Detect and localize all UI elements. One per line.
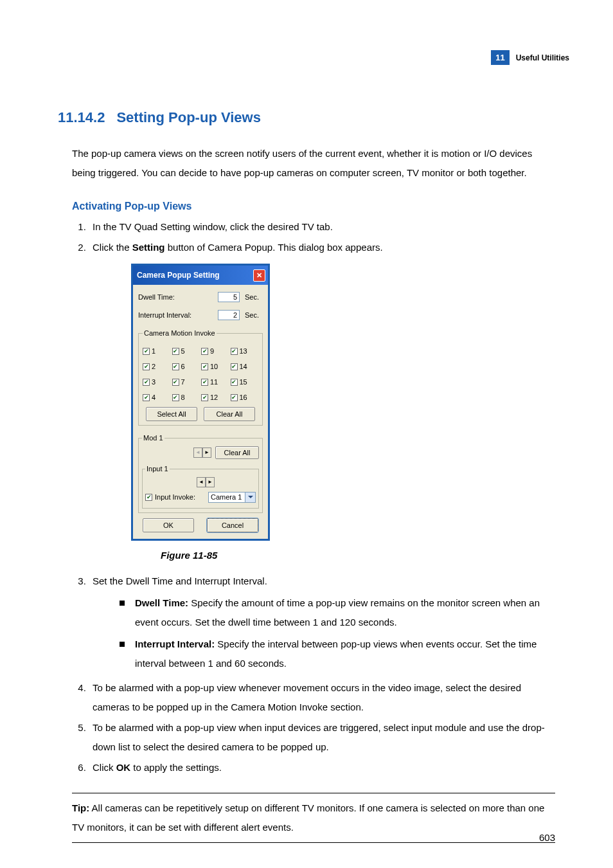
camera-checkbox-label: 14 (240, 359, 247, 374)
camera-select[interactable]: Camera 1 (208, 492, 256, 503)
camera-checkbox-label: 5 (181, 344, 185, 358)
step-3: Set the Dwell Time and Interrupt Interva… (89, 572, 555, 673)
close-icon[interactable]: ✕ (253, 269, 265, 282)
chapter-title: Useful Utilities (516, 53, 569, 62)
section-title: Setting Pop-up Views (116, 109, 261, 125)
mod-clear-all-button[interactable]: Clear All (215, 446, 259, 459)
chapter-header: 11 Useful Utilities (491, 50, 569, 65)
ok-button[interactable]: OK (143, 518, 194, 532)
dialog-title: Camera Popup Setting (137, 267, 220, 283)
step-3-bullet-2: Interrupt Interval: Specify the interval… (116, 635, 555, 673)
checkbox-icon[interactable]: ✔ (172, 363, 179, 370)
step-3-bullet-1: Dwell Time: Specify the amount of time a… (116, 593, 555, 632)
camera-checkbox-6[interactable]: ✔6 (172, 359, 200, 374)
camera-checkbox-3[interactable]: ✔3 (143, 375, 171, 389)
page-number: 603 (539, 832, 555, 843)
step-2: Click the Setting button of Camera Popup… (89, 238, 555, 565)
interrupt-interval-input[interactable] (218, 310, 240, 320)
chevron-right-icon[interactable]: ► (206, 477, 215, 487)
checkbox-icon[interactable]: ✔ (143, 394, 150, 401)
camera-checkbox-label: 16 (240, 390, 247, 404)
checkbox-icon[interactable]: ✔ (143, 348, 150, 355)
intro-paragraph: The pop-up camera views on the screen no… (72, 144, 555, 183)
dwell-time-input[interactable] (218, 292, 240, 302)
checkbox-icon[interactable]: ✔ (201, 348, 208, 355)
checkbox-icon[interactable]: ✔ (231, 363, 238, 370)
figure-dialog: Camera Popup Setting ✕ Dwell Time: Sec. … (131, 264, 555, 541)
camera-checkbox-10[interactable]: ✔10 (201, 359, 229, 374)
input-legend: Input 1 (145, 462, 170, 476)
camera-checkbox-label: 4 (152, 390, 155, 404)
checkbox-icon[interactable]: ✔ (172, 394, 179, 401)
checkbox-icon[interactable]: ✔ (201, 363, 208, 370)
camera-checkbox-label: 9 (210, 344, 214, 358)
input-invoke-checkbox[interactable]: ✔ (145, 494, 152, 501)
checkbox-icon[interactable]: ✔ (201, 394, 208, 401)
camera-checkbox-label: 11 (210, 375, 218, 389)
tip-box: Tip: All cameras can be repetitively set… (72, 793, 555, 843)
checkbox-icon[interactable]: ✔ (231, 394, 238, 401)
step-4: To be alarmed with a pop-up view wheneve… (89, 678, 555, 717)
input-group: Input 1 ◄ ► ✔ (142, 462, 259, 509)
mod-legend: Mod 1 (142, 431, 164, 445)
input-invoke-label: Input Invoke: (155, 490, 195, 504)
camera-checkbox-label: 13 (240, 344, 247, 358)
interrupt-interval-label: Interrupt Interval: (138, 308, 215, 322)
camera-select-value: Camera 1 (209, 490, 245, 504)
checkbox-icon[interactable]: ✔ (231, 379, 238, 386)
camera-checkbox-13[interactable]: ✔13 (231, 344, 259, 358)
cancel-button[interactable]: Cancel (207, 518, 258, 532)
camera-checkbox-label: 6 (181, 359, 185, 374)
interrupt-interval-unit: Sec. (245, 308, 263, 322)
chevron-down-icon[interactable] (245, 493, 255, 502)
checkbox-icon[interactable]: ✔ (172, 379, 179, 386)
steps-list: In the TV Quad Setting window, click the… (72, 217, 555, 777)
camera-checkbox-14[interactable]: ✔14 (231, 359, 259, 374)
camera-checkbox-2[interactable]: ✔2 (143, 359, 171, 374)
camera-checkbox-label: 15 (240, 375, 247, 389)
camera-checkbox-12[interactable]: ✔12 (201, 390, 229, 404)
camera-checkbox-label: 12 (210, 390, 218, 404)
camera-checkbox-15[interactable]: ✔15 (231, 375, 259, 389)
checkbox-icon[interactable]: ✔ (201, 379, 208, 386)
step-1: In the TV Quad Setting window, click the… (89, 217, 555, 237)
camera-checkbox-16[interactable]: ✔16 (231, 390, 259, 404)
checkbox-icon[interactable]: ✔ (143, 379, 150, 386)
section-heading: 11.14.2Setting Pop-up Views (58, 109, 555, 126)
camera-motion-invoke-legend: Camera Motion Invoke (143, 326, 217, 340)
step-6: Click OK to apply the settings. (89, 758, 555, 777)
dwell-time-label: Dwell Time: (138, 290, 215, 304)
checkbox-icon[interactable]: ✔ (143, 363, 150, 370)
checkbox-icon[interactable]: ✔ (231, 348, 238, 355)
camera-checkbox-11[interactable]: ✔11 (201, 375, 229, 389)
chapter-number-badge: 11 (491, 50, 509, 65)
camera-checkbox-5[interactable]: ✔5 (172, 344, 200, 358)
sub-heading: Activating Pop-up Views (72, 201, 555, 212)
camera-checkbox-label: 1 (152, 344, 155, 358)
camera-checkbox-label: 10 (210, 359, 218, 374)
dialog-titlebar: Camera Popup Setting ✕ (133, 266, 268, 285)
camera-checkbox-8[interactable]: ✔8 (172, 390, 200, 404)
camera-checkbox-9[interactable]: ✔9 (201, 344, 229, 358)
chevron-left-icon[interactable]: ◄ (193, 448, 202, 458)
select-all-button[interactable]: Select All (146, 407, 197, 421)
camera-checkbox-4[interactable]: ✔4 (143, 390, 171, 404)
camera-checkbox-label: 8 (181, 390, 185, 404)
step-5: To be alarmed with a pop-up view when in… (89, 718, 555, 757)
camera-checkbox-label: 3 (152, 375, 155, 389)
input-spinner[interactable]: ◄ ► (197, 477, 215, 487)
camera-checkbox-label: 7 (181, 375, 185, 389)
mod-spinner[interactable]: ◄ ► (193, 448, 211, 458)
camera-popup-setting-dialog: Camera Popup Setting ✕ Dwell Time: Sec. … (131, 264, 270, 541)
checkbox-icon[interactable]: ✔ (172, 348, 179, 355)
camera-checkbox-label: 2 (152, 359, 155, 374)
camera-checkbox-1[interactable]: ✔1 (143, 344, 171, 358)
clear-all-button[interactable]: Clear All (204, 407, 255, 421)
chevron-left-icon[interactable]: ◄ (197, 477, 206, 487)
camera-motion-invoke-group: Camera Motion Invoke ✔1✔2✔3✔4✔5✔6✔7✔8✔9✔… (138, 326, 263, 426)
dwell-time-unit: Sec. (245, 290, 263, 304)
figure-caption: Figure 11-85 (161, 546, 555, 565)
chevron-right-icon[interactable]: ► (202, 448, 211, 458)
camera-checkbox-7[interactable]: ✔7 (172, 375, 200, 389)
section-number: 11.14.2 (58, 109, 105, 125)
